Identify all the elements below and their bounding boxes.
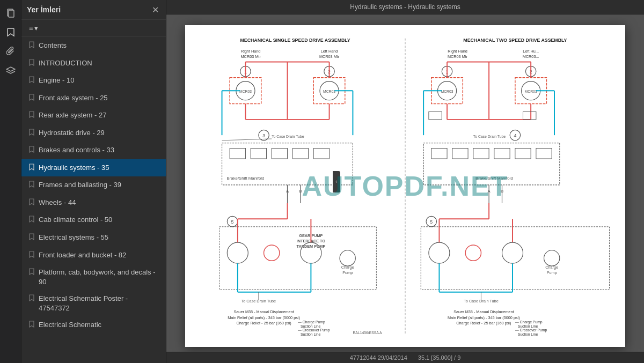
- footer-right: 35.1 [35.000] / 9: [418, 354, 461, 361]
- bookmark-icon-cab-climate: [29, 216, 34, 225]
- svg-text:MCR03: MCR03: [239, 90, 252, 93]
- svg-text:Sauer M35 - Manual Displacemen: Sauer M35 - Manual Displacement: [233, 309, 294, 314]
- svg-text:TANDEM PUMP: TANDEM PUMP: [296, 244, 325, 249]
- view-menu-button[interactable]: ≡ ▾: [26, 23, 41, 33]
- svg-text:Brake/Shift Manifold: Brake/Shift Manifold: [475, 176, 513, 181]
- sidebar-item-electrical[interactable]: Electrical systems - 55: [21, 229, 166, 247]
- sidebar-item-rear-axle[interactable]: Rear axle system - 27: [21, 107, 166, 124]
- svg-text:Brake/Shift Manifold: Brake/Shift Manifold: [227, 176, 265, 181]
- bookmark-icon-hydraulic: [29, 164, 34, 173]
- svg-text:MECHANICAL SINGLE SPEED DRIVE : MECHANICAL SINGLE SPEED DRIVE ASSEMBLY: [240, 38, 350, 43]
- sidebar-item-label-frames: Frames and ballasting - 39: [39, 180, 160, 190]
- sidebar-item-label-brakes: Brakes and controls - 33: [39, 145, 160, 155]
- sidebar-item-wheels[interactable]: Wheels - 44: [21, 194, 166, 212]
- svg-text:Left Hu...: Left Hu...: [523, 49, 539, 54]
- sidebar-item-brakes[interactable]: Brakes and controls - 33: [21, 142, 166, 159]
- svg-text:Charge Relief - 25 bar (360 ps: Charge Relief - 25 bar (360 psi): [456, 321, 511, 325]
- layers-icon-btn[interactable]: [2, 62, 19, 79]
- bookmark-icon-brakes: [29, 146, 34, 155]
- bookmark-icon-front-loader: [29, 251, 34, 261]
- sidebar-item-platform[interactable]: Platform, cab, bodywork, and decals - 90: [21, 264, 166, 290]
- sidebar-toolbar: ≡ ▾: [21, 20, 166, 37]
- bookmark-list: ContentsINTRODUCTIONEngine - 10Front axl…: [21, 37, 166, 363]
- svg-text:To Case Drain Tube: To Case Drain Tube: [272, 135, 304, 138]
- svg-text:Suction Line: Suction Line: [301, 324, 321, 328]
- sidebar-item-cab-climate[interactable]: Cab climate control - 50: [21, 211, 166, 229]
- document-viewport[interactable]: AUTOPDF.NET MECHANICAL SINGLE SPEED DRIV…: [166, 14, 644, 352]
- svg-rect-1: [9, 10, 14, 17]
- sidebar-item-label-hydrostatic: Hydrostatic drive - 29: [39, 128, 160, 138]
- sidebar-item-elec-schematic[interactable]: Electrical Schematic: [21, 316, 166, 334]
- icon-bar: [0, 0, 21, 363]
- sidebar-title: Yer İmleri: [27, 5, 61, 14]
- svg-text:MCR03: MCR03: [323, 90, 335, 93]
- main-content: Hydraulic systems - Hydraulic systems AU…: [166, 0, 644, 363]
- collapse-handle-button[interactable]: ‹: [333, 171, 340, 192]
- hydraulic-diagram-svg: MECHANICAL SINGLE SPEED DRIVE ASSEMBLY R…: [191, 31, 620, 339]
- svg-text:5: 5: [231, 219, 234, 225]
- svg-text:MCR03: MCR03: [525, 90, 537, 93]
- svg-text:— Charge Pump: — Charge Pump: [298, 320, 325, 324]
- svg-text:MCR03 Mtr: MCR03 Mtr: [241, 54, 261, 59]
- svg-text:Suction Line: Suction Line: [518, 324, 538, 328]
- bookmark-icon-introduction: [29, 59, 34, 69]
- bookmark-icon-frames: [29, 181, 34, 190]
- sidebar-header: Yer İmleri ✕: [21, 0, 166, 20]
- sidebar-item-frames[interactable]: Frames and ballasting - 39: [21, 176, 166, 194]
- bookmark-icon-contents: [29, 41, 34, 51]
- bookmark-icon-wheels: [29, 198, 34, 208]
- document-footer: 47712044 29/04/2014 35.1 [35.000] / 9: [166, 352, 644, 363]
- sidebar-item-hydraulic[interactable]: Hydraulic systems - 35: [21, 159, 166, 177]
- sidebar-item-label-electrical: Electrical systems - 55: [39, 233, 160, 242]
- bookmark-icon-elec-schematic-poster: [29, 294, 34, 304]
- view-menu-icon: ≡: [29, 24, 33, 32]
- sidebar-item-elec-schematic-poster[interactable]: Electrical Schematic Poster - 47547372: [21, 290, 166, 316]
- svg-text:MECHANICAL TWO SPEED DRIVE ASS: MECHANICAL TWO SPEED DRIVE ASSEMBLY: [463, 38, 567, 43]
- bookmark-icon-rear-axle: [29, 111, 34, 121]
- bookmark-icon-platform: [29, 268, 34, 278]
- svg-text:To Case Drain Tube: To Case Drain Tube: [473, 135, 506, 138]
- sidebar-item-engine[interactable]: Engine - 10: [21, 72, 166, 90]
- sidebar: Yer İmleri ✕ ≡ ▾ ContentsINTRODUCTIONEng…: [21, 0, 166, 363]
- bookmark-nav-icon-btn[interactable]: [2, 24, 19, 41]
- attachment-icon-btn[interactable]: [2, 43, 19, 60]
- sidebar-item-label-contents: Contents: [39, 41, 160, 50]
- svg-text:Charge: Charge: [545, 265, 558, 270]
- sidebar-item-label-rear-axle: Rear axle system - 27: [39, 110, 160, 120]
- svg-text:Right Hand: Right Hand: [241, 49, 261, 54]
- bookmark-icon-electrical: [29, 233, 34, 243]
- sidebar-item-front-axle[interactable]: Front axle system - 25: [21, 90, 166, 107]
- sidebar-item-label-hydraulic: Hydraulic systems - 35: [39, 163, 160, 173]
- svg-text:Suction Line: Suction Line: [518, 332, 538, 336]
- sidebar-item-label-engine: Engine - 10: [39, 76, 160, 85]
- sidebar-item-hydrostatic[interactable]: Hydrostatic drive - 29: [21, 124, 166, 142]
- pages-icon-btn[interactable]: [2, 4, 19, 21]
- svg-text:4: 4: [514, 133, 516, 138]
- svg-text:Right Hand: Right Hand: [448, 49, 467, 54]
- footer-left: 47712044 29/04/2014: [350, 354, 407, 361]
- svg-text:Pump: Pump: [547, 270, 557, 275]
- svg-text:A: A: [487, 189, 491, 194]
- svg-text:MCR03 Mtr: MCR03 Mtr: [448, 54, 468, 59]
- sidebar-item-introduction[interactable]: INTRODUCTION: [21, 55, 166, 72]
- document-page-inner: MECHANICAL SINGLE SPEED DRIVE ASSEMBLY R…: [185, 25, 625, 347]
- sidebar-item-contents[interactable]: Contents: [21, 37, 166, 55]
- svg-text:B: B: [501, 189, 503, 194]
- svg-text:Sauer M35 - Manual Displacemen: Sauer M35 - Manual Displacement: [453, 309, 514, 314]
- svg-text:Charge Relief - 25 bar (360 ps: Charge Relief - 25 bar (360 psi): [236, 321, 291, 325]
- bookmark-icon-engine: [29, 76, 34, 86]
- svg-text:MCR03: MCR03: [441, 90, 453, 93]
- document-page: AUTOPDF.NET MECHANICAL SINGLE SPEED DRIV…: [185, 25, 625, 347]
- content-wrapper: ‹ Hydraulic systems - Hydraulic systems …: [166, 0, 644, 363]
- svg-text:Main Relief (all ports) - 345 : Main Relief (all ports) - 345 bar (5000 …: [448, 315, 520, 320]
- svg-text:3: 3: [262, 133, 265, 138]
- svg-text:— Crossover Pump: — Crossover Pump: [298, 328, 330, 332]
- svg-text:MCR03 Mtr: MCR03 Mtr: [319, 54, 340, 59]
- sidebar-item-label-introduction: INTRODUCTION: [39, 58, 160, 68]
- sidebar-item-label-elec-schematic-poster: Electrical Schematic Poster - 47547372: [39, 294, 160, 313]
- view-menu-arrow: ▾: [34, 24, 38, 32]
- sidebar-item-label-platform: Platform, cab, bodywork, and decals - 90: [39, 268, 160, 286]
- close-sidebar-button[interactable]: ✕: [150, 4, 160, 15]
- document-header: Hydraulic systems - Hydraulic systems: [166, 0, 644, 14]
- sidebar-item-front-loader[interactable]: Front loader and bucket - 82: [21, 247, 166, 264]
